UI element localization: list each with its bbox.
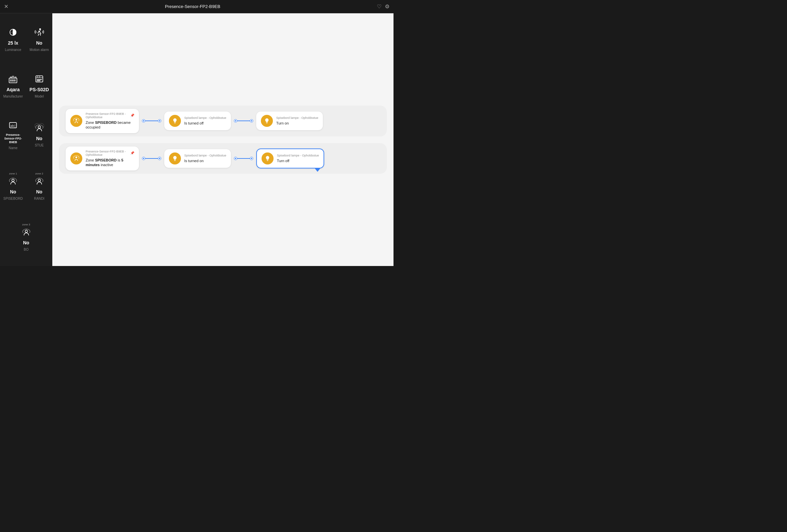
pin-icon-2: 📌	[130, 151, 134, 155]
bo-value: No	[23, 240, 29, 246]
automation-row-2: Presence-Sensor-FP2-B9EB - Opholdsstue 📌…	[59, 143, 387, 174]
trigger-node-1[interactable]: Presence-Sensor-FP2-B9EB - Opholdsstue 📌…	[66, 109, 139, 133]
condition-state-1: Is turned off	[184, 121, 226, 126]
connector-dot-right-4	[250, 157, 253, 160]
zone1-icon	[8, 176, 18, 187]
lamp-icon-action-1	[261, 115, 273, 127]
trigger-text-2: Presence-Sensor-FP2-B9EB - Opholdsstue 📌…	[86, 150, 134, 168]
zone1-label: zone 1	[9, 172, 17, 175]
condition-node-1[interactable]: Spisebord lampe - Opholdsstue Is turned …	[164, 112, 231, 130]
svg-rect-24	[174, 160, 176, 160]
spisebord-label: SPISEBORD	[3, 197, 23, 201]
condition-text-1: Spisebord lampe - Opholdsstue Is turned …	[184, 116, 226, 126]
connector-line-4	[237, 158, 247, 159]
motion-icon	[35, 28, 44, 38]
bo-label: BO	[24, 248, 28, 252]
svg-text:ab|: ab|	[10, 124, 16, 128]
action-command-2: Turn off	[277, 158, 319, 163]
svg-rect-22	[266, 123, 267, 123]
pin-icon-1: 📌	[130, 113, 134, 117]
trigger-text-1: Presence-Sensor-FP2-B9EB - Opholdsstue 📌…	[86, 112, 134, 130]
spisebord-value: No	[10, 189, 16, 195]
randi-label: RANDI	[34, 197, 44, 201]
trigger-icon-1	[70, 115, 82, 127]
svg-point-23	[76, 156, 77, 158]
svg-point-17	[25, 230, 27, 232]
svg-point-18	[76, 119, 77, 120]
name-icon: ab|	[8, 120, 18, 131]
svg-rect-27	[267, 160, 268, 161]
luminance-value: 25 lx	[8, 40, 18, 46]
lamp-icon-condition-2	[169, 153, 181, 164]
connector-dot-left-2	[234, 119, 237, 122]
manufacturer-value: Aqara	[6, 87, 20, 92]
zone2-icon	[35, 176, 44, 187]
connector-dot-left-1	[142, 119, 145, 122]
condition-node-2[interactable]: Spisebord lampe - Opholdsstue Is turned …	[164, 149, 231, 168]
motion-alarm-label: Motion alarm	[30, 48, 49, 52]
favorite-button[interactable]: ♡	[377, 3, 382, 10]
trigger-condition-1: Zone SPISEBORD became occupied	[86, 120, 134, 130]
stue-label: STUE	[35, 143, 44, 148]
sidebar-item-motion-alarm[interactable]: No Motion alarm	[26, 17, 52, 63]
connector-3	[142, 157, 161, 160]
sidebar-item-spisebord[interactable]: zone 1 No SPISEBORD	[0, 161, 26, 212]
trigger-icon-2	[70, 153, 82, 164]
sidebar-item-bo[interactable]: zone 3 No BO	[0, 212, 52, 263]
main-layout: 25 lx Luminance No	[0, 13, 394, 266]
action-node-1[interactable]: Spisebord lampe - Opholdsstue Turn on	[256, 112, 323, 130]
condition-text-2: Spisebord lampe - Opholdsstue Is turned …	[184, 154, 226, 163]
trigger-node-2[interactable]: Presence-Sensor-FP2-B9EB - Opholdsstue 📌…	[66, 147, 139, 171]
connector-dot-right-1	[158, 119, 161, 122]
sidebar-item-manufacturer[interactable]: Aqara Manufacturer	[0, 63, 26, 109]
svg-rect-21	[266, 122, 268, 123]
svg-point-16	[38, 179, 40, 182]
automation-row-1: Presence-Sensor-FP2-B9EB - Opholdsstue 📌…	[59, 106, 387, 136]
model-value: PS-S02D	[30, 87, 49, 92]
sidebar-item-randi[interactable]: zone 2 No RANDI	[26, 161, 52, 212]
header-title: Presence-Sensor-FP2-B9EB	[12, 4, 374, 9]
svg-rect-25	[174, 160, 175, 161]
connector-2	[234, 119, 253, 122]
svg-point-1	[39, 29, 41, 30]
sidebar-item-stue[interactable]: No STUE	[26, 110, 52, 161]
action-node-2[interactable]: Spisebord lampe - Opholdsstue Turn off	[256, 149, 324, 169]
factory-icon	[8, 74, 18, 85]
settings-button[interactable]: ⚙	[385, 3, 389, 10]
svg-rect-10	[37, 79, 42, 80]
model-label: Model	[35, 94, 44, 98]
app-header: ✕ Presence-Sensor-FP2-B9EB ♡ ⚙	[0, 0, 394, 13]
svg-rect-19	[174, 122, 176, 123]
stue-value: No	[36, 136, 42, 141]
svg-rect-26	[267, 160, 269, 160]
action-text-2: Spisebord lampe - Opholdsstue Turn off	[277, 154, 319, 163]
action-command-1: Turn on	[276, 121, 318, 126]
svg-rect-11	[37, 80, 40, 81]
connector-line-1	[145, 120, 155, 121]
svg-point-14	[38, 126, 40, 128]
connector-dot-right-2	[250, 119, 253, 122]
zone2-label: zone 2	[35, 172, 43, 175]
condition-state-2: Is turned on	[184, 158, 226, 163]
model-icon	[35, 74, 44, 85]
connector-dot-left-3	[142, 157, 145, 160]
trigger-condition-2: Zone SPISEBORD is 5 minutes inactive	[86, 158, 134, 168]
zone3-label: zone 3	[22, 223, 30, 226]
sidebar: 25 lx Luminance No	[0, 13, 52, 266]
name-label: Name	[9, 146, 18, 150]
close-button[interactable]: ✕	[4, 3, 8, 10]
lamp-icon-condition-1	[169, 115, 181, 127]
sidebar-item-luminance[interactable]: 25 lx Luminance	[0, 17, 26, 63]
connector-line-2	[237, 120, 247, 121]
connector-4	[234, 157, 253, 160]
svg-rect-3	[10, 80, 11, 81]
connector-dot-left-4	[234, 157, 237, 160]
zone3-icon	[22, 227, 31, 238]
connector-line-3	[145, 158, 155, 159]
sidebar-item-name[interactable]: ab| Presence-Sensor-FP2-B9EB Name	[0, 110, 26, 161]
sidebar-item-model[interactable]: PS-S02D Model	[26, 63, 52, 109]
automation-canvas: Presence-Sensor-FP2-B9EB - Opholdsstue 📌…	[52, 13, 394, 266]
svg-point-15	[12, 179, 14, 182]
lamp-icon-action-2	[261, 153, 274, 164]
svg-rect-20	[174, 123, 175, 123]
